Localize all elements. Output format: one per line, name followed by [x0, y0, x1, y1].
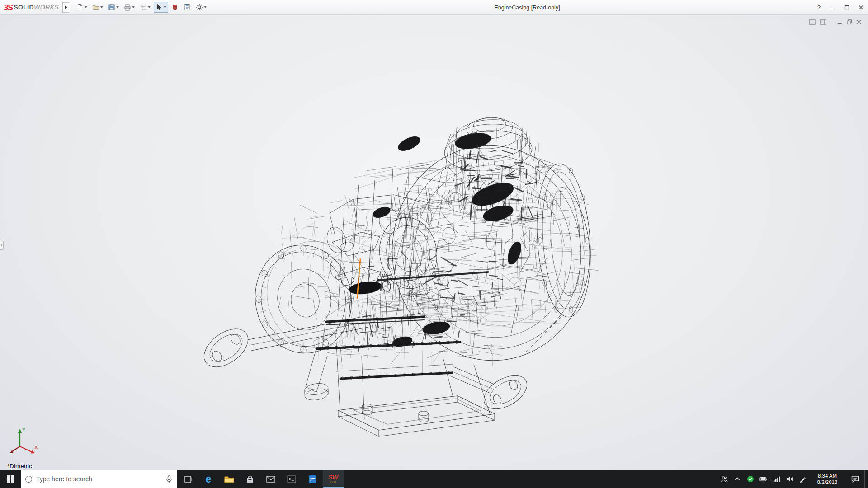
file-properties-icon [184, 4, 191, 11]
network-button[interactable] [770, 470, 783, 488]
chevron-down-icon [164, 6, 166, 8]
file-properties-button[interactable] [182, 2, 193, 13]
minimize-button[interactable] [826, 0, 840, 14]
blue-app-button[interactable] [302, 470, 323, 488]
minimize-icon [830, 5, 835, 10]
doc-pane-left-button[interactable] [809, 19, 816, 25]
maximize-icon [844, 5, 849, 10]
brand-bold: SOLID [14, 4, 34, 11]
close-icon [859, 5, 863, 10]
windows-taskbar: e SW 2017 [0, 470, 868, 488]
task-view-icon [184, 475, 192, 483]
clock-time: 8:34 AM [818, 473, 837, 479]
axis-x-label: X [34, 445, 38, 450]
store-bag-icon [246, 475, 254, 483]
people-icon [720, 476, 728, 483]
doc-minimize-icon [837, 19, 843, 25]
undo-button[interactable] [138, 2, 152, 13]
battery-icon [760, 475, 768, 483]
split-pane-left-icon [809, 19, 816, 25]
windows-logo-icon [7, 475, 14, 483]
split-pane-right-icon [820, 19, 826, 25]
doc-restore-icon [847, 19, 852, 25]
solidworks-logo: 3S SOLIDWORKS [0, 3, 61, 12]
mail-button[interactable] [260, 470, 281, 488]
blue-app-icon [308, 475, 317, 483]
screen: 3S SOLIDWORKS [0, 0, 868, 488]
mail-envelope-icon [266, 476, 275, 483]
tray-expand-button[interactable] [731, 470, 744, 488]
rebuild-icon [171, 4, 179, 11]
clock-date: 8/2/2018 [817, 479, 838, 485]
undo-icon [140, 4, 147, 11]
open-button[interactable] [90, 2, 105, 13]
volume-button[interactable] [783, 470, 796, 488]
print-button[interactable] [122, 2, 137, 13]
store-button[interactable] [240, 470, 260, 488]
shield-check-icon [747, 475, 754, 483]
chevron-down-icon [204, 6, 207, 8]
file-explorer-button[interactable] [219, 470, 240, 488]
chevron-down-icon [116, 6, 119, 8]
document-title: EngineCasing [Read-only] [494, 0, 560, 15]
toolbar-expand-button[interactable] [62, 2, 70, 13]
save-icon [108, 4, 115, 11]
task-view-button[interactable] [177, 470, 198, 488]
axis-y-label: Y [22, 427, 26, 432]
chevron-down-icon [148, 6, 151, 8]
terminal-icon [287, 475, 296, 483]
doc-pane-right-button[interactable] [820, 19, 826, 25]
solidworks-brand-text: SOLIDWORKS [14, 4, 59, 11]
action-center-icon [851, 475, 859, 483]
doc-minimize-button[interactable] [837, 19, 843, 25]
document-window-controls [809, 19, 862, 25]
rebuild-button[interactable] [170, 2, 180, 13]
options-button[interactable] [194, 2, 208, 13]
new-document-button[interactable] [75, 2, 89, 13]
maximize-button[interactable] [840, 0, 854, 14]
show-desktop-button[interactable] [864, 470, 868, 488]
chevron-down-icon [85, 6, 87, 8]
solidworks-app-icon: SW [328, 474, 338, 480]
help-button[interactable]: ? [812, 0, 826, 14]
gear-icon [196, 4, 203, 11]
save-button[interactable] [106, 2, 121, 13]
print-icon [124, 4, 131, 11]
battery-button[interactable] [757, 470, 770, 488]
terminal-button[interactable] [281, 470, 302, 488]
doc-close-button[interactable] [856, 19, 862, 25]
solidworks-logo-mark: 3S [4, 3, 12, 12]
defender-button[interactable] [744, 470, 757, 488]
chevron-down-icon [100, 6, 103, 8]
axis-y-arrow [18, 429, 22, 433]
action-center-button[interactable] [845, 470, 864, 488]
select-button[interactable] [154, 2, 168, 13]
clock[interactable]: 8:34 AM 8/2/2018 [809, 470, 845, 488]
open-folder-icon [92, 4, 99, 11]
microphone-icon[interactable] [165, 475, 173, 483]
network-bars-icon [773, 476, 780, 482]
engine-wireframe-model[interactable] [0, 15, 868, 470]
close-button[interactable] [854, 0, 868, 14]
chevron-down-icon [132, 6, 135, 8]
expand-arrow-icon [65, 5, 67, 9]
start-button[interactable] [0, 470, 21, 488]
pen-button[interactable] [796, 470, 809, 488]
taskbar-search-box[interactable] [21, 470, 177, 488]
quick-access-toolbar [75, 2, 208, 13]
edge-button[interactable]: e [198, 470, 219, 488]
panel-collapse-handle[interactable] [0, 241, 4, 250]
chevron-up-icon [734, 476, 741, 482]
view-orientation-label: *Dimetric [7, 463, 32, 469]
solidworks-taskbar-button[interactable]: SW 2017 [323, 470, 344, 488]
new-document-icon [76, 4, 84, 11]
folder-icon [224, 475, 234, 483]
doc-restore-button[interactable] [847, 19, 852, 25]
people-button[interactable] [717, 470, 731, 488]
doc-close-icon [856, 19, 862, 25]
orientation-triad: Y X [6, 426, 40, 458]
search-input[interactable] [36, 475, 161, 483]
edge-icon: e [206, 474, 212, 484]
solidworks-app-year: 2017 [330, 481, 336, 484]
cortana-ring-icon [25, 476, 32, 483]
